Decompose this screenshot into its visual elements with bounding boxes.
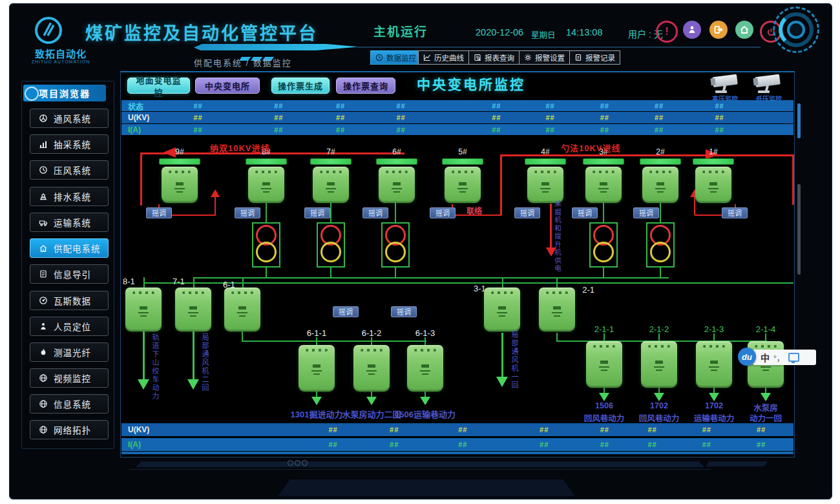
feeder-label: 局部通风机二回	[200, 333, 210, 392]
status-value: ##	[600, 102, 609, 110]
sidebar-item-compressed-air[interactable]: 压风系统	[30, 160, 109, 180]
user-icon	[687, 25, 697, 35]
arrow-down-icon	[709, 393, 719, 401]
ground-substation-button[interactable]: 地面变电监控	[127, 78, 190, 94]
ime-mode[interactable]: 中	[761, 351, 770, 364]
voltage-value: ##	[458, 426, 467, 434]
sidebar-item-personnel-location[interactable]: 人员定位	[30, 317, 109, 336]
busbar	[640, 158, 681, 165]
tab-data-monitor[interactable]: 数据监控	[370, 50, 421, 65]
yaotiao-button[interactable]: 摇调	[722, 207, 748, 218]
scrollbar-segment[interactable]	[797, 184, 801, 275]
incoming-line-left-label: 纳双10KV进线	[210, 142, 270, 154]
ticket-query-button[interactable]: 操作票查询	[336, 78, 395, 94]
switchgear-unit[interactable]: 9#	[159, 147, 200, 203]
alarm-button[interactable]: !	[656, 21, 678, 43]
switchgear-cabinet	[224, 288, 260, 331]
ime-badge[interactable]: du	[738, 348, 756, 366]
feeder-unit[interactable]: 3-1	[484, 277, 520, 331]
virtual-keyboard-icon[interactable]	[788, 353, 799, 362]
sidebar-item-info-guide[interactable]: 信息导引	[30, 264, 109, 284]
wire	[713, 333, 715, 341]
sidebar-item-power-supply[interactable]: 供配电系统	[30, 238, 109, 258]
sub-unit-label: 6-1-2	[351, 328, 392, 337]
yaotiao-mid-button[interactable]: 摇调	[333, 306, 359, 317]
switchgear-unit[interactable]: 3#	[583, 147, 624, 203]
voltage-value: ##	[492, 114, 501, 121]
sub-feeder-unit[interactable]: 6-1-1	[296, 328, 337, 405]
voltage-value: ##	[757, 426, 766, 434]
switchgear-unit[interactable]: 5#	[442, 147, 483, 203]
arrow-down-icon	[311, 397, 322, 405]
brand-name-en: ZHITUO AUTOMATION	[19, 59, 102, 64]
central-substation-button[interactable]: 中央变电所	[195, 78, 260, 94]
tab-report-query[interactable]: 报表查询	[468, 50, 520, 65]
yaotiao-button[interactable]: 摇调	[362, 207, 388, 218]
exit-icon	[713, 25, 724, 35]
sidebar-item-network-topology[interactable]: 网络拓扑	[30, 420, 109, 439]
unit-label: 6#	[376, 147, 417, 156]
sidebar-item-gas-data[interactable]: 瓦斯数据	[30, 291, 109, 310]
yaotiao-button[interactable]: 摇调	[430, 207, 456, 218]
switchgear-cabinet	[125, 288, 162, 331]
scrollbar-segment[interactable]	[797, 103, 801, 138]
arrow-down-icon	[420, 397, 430, 405]
switchgear-cabinet	[353, 345, 390, 392]
sidebar-item-transport[interactable]: 运输系统	[30, 213, 109, 232]
yaotiao-button[interactable]: 摇调	[514, 207, 540, 218]
tab-history-curve[interactable]: 历史曲线	[418, 50, 469, 65]
yaotiao-button[interactable]: 摇调	[235, 207, 260, 218]
sidebar-item-info-system[interactable]: 信息系统	[30, 394, 109, 414]
unit-label: 1#	[693, 147, 734, 156]
exit-button[interactable]	[709, 21, 728, 39]
ticket-generate-button[interactable]: 操作票生成	[271, 78, 330, 94]
feeder-unit[interactable]: 2-1	[539, 277, 575, 331]
status-value: ##	[193, 102, 202, 110]
current-value: ##	[274, 126, 283, 134]
sub-feeder-unit[interactable]: 2-1-1	[583, 324, 625, 401]
switchgear-unit[interactable]: 4#	[525, 147, 566, 203]
transformer-symbol	[252, 222, 280, 268]
sidebar-item-extraction[interactable]: 抽采系统	[30, 134, 109, 154]
switchgear-unit[interactable]: 2#	[640, 147, 681, 203]
sub-feeder-unit[interactable]: 2-1-3	[693, 324, 735, 401]
sub-unit-label: 6-1-1	[296, 328, 337, 337]
yaotiao-button[interactable]: 摇调	[633, 207, 659, 218]
sub-feeder-unit[interactable]: 6-1-3	[404, 328, 446, 405]
sub-feeder-unit[interactable]: 2-1-2	[638, 324, 680, 401]
sidebar-item-video-monitor[interactable]: 视频监控	[30, 368, 109, 388]
feeder-unit[interactable]: 8-1	[125, 277, 162, 331]
switchgear-unit[interactable]: 1#	[693, 147, 734, 203]
yaotiao-mid-button[interactable]: 摇调	[391, 306, 417, 317]
tab-alarm-settings[interactable]: 报警设置	[519, 50, 570, 65]
current-row-top: I(A) ##################	[121, 124, 793, 135]
feeder-unit[interactable]: 7-1	[175, 277, 211, 331]
yaotiao-button[interactable]: 摇调	[572, 207, 598, 218]
switchgear-unit[interactable]: 8#	[246, 147, 287, 203]
sub-feeder-unit[interactable]: 6-1-2	[351, 328, 392, 405]
switchgear-unit[interactable]: 6#	[376, 147, 417, 203]
wire	[371, 392, 372, 397]
yaotiao-button[interactable]: 摇调	[304, 207, 330, 218]
pump-icon	[39, 192, 48, 201]
tab-alarm-records[interactable]: 报警记录	[569, 50, 620, 65]
user-button[interactable]	[683, 21, 701, 39]
transformer-symbol	[381, 222, 410, 268]
voltage-value: ##	[390, 426, 399, 434]
current-value: ##	[328, 441, 337, 448]
feeder-unit[interactable]: 6-1	[224, 277, 260, 331]
wire	[604, 333, 605, 341]
sidebar-item-drainage[interactable]: 排水系统	[30, 187, 109, 206]
ime-punctuation[interactable]: °，	[773, 352, 784, 363]
sidebar-item-temperature-fiber[interactable]: 测温光纤	[30, 342, 109, 362]
yaotiao-button[interactable]: 摇调	[146, 207, 172, 218]
sub-unit-label: 2-1-3	[693, 324, 735, 333]
arrow-down-icon	[761, 393, 771, 401]
switchgear-unit[interactable]: 7#	[310, 147, 352, 203]
home-button[interactable]	[735, 21, 753, 39]
sidebar-item-ventilation[interactable]: 通风系统	[30, 109, 109, 128]
lv-camera-icon[interactable]	[750, 73, 786, 96]
switchgear-cabinet	[641, 341, 677, 388]
hv-camera-icon[interactable]	[707, 73, 743, 96]
switchgear-cabinet	[527, 167, 563, 203]
